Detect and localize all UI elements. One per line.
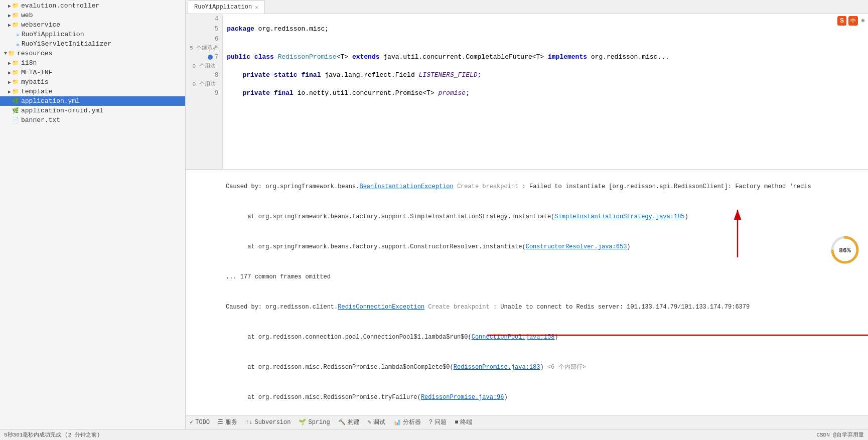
folder-icon-mybatis: 📁 [12,79,19,85]
sidebar-label-app-yml: application.yml [21,97,80,105]
sidebar: ▶ 📁 evalution.controller ▶ 📁 web ▶ 📁 web… [0,0,186,429]
link-redisson-promise-96a[interactable]: RedissonPromise.java:96 [421,394,504,401]
code-line-8: private static final java.lang.reflect.F… [227,70,864,80]
yaml-icon-druid: 🌿 [12,107,19,114]
code-editor[interactable]: S 中 ⁕ 4 5 6 5 个继承者 7 0 个用法 8 0 个用法 9 [186,14,868,169]
inner-count-6: <6 个内部行> [547,364,586,371]
tree-arrow-webservice: ▶ [8,22,11,28]
link-simple-instantiation[interactable]: SimpleInstantiationStrategy.java:185 [554,213,684,220]
spring-label: Spring [308,419,330,426]
console-line-5: Caused by: org.redisson.client.RedisConn… [190,292,864,322]
tree-arrow-meta: ▶ [8,70,11,76]
todo-icon: ✓ [190,418,193,426]
folder-icon-template: 📁 [12,88,19,95]
link-connection-pool-158[interactable]: ConnectionPool.java:158 [472,334,555,341]
console-line-1: Caused by: org.springframework.beans.Bea… [190,172,864,202]
sidebar-label-mybatis: mybatis [21,78,49,86]
sidebar-label-webservice: webservice [21,21,60,29]
code-line-6 [227,34,864,44]
sidebar-label-ruoyi-app: RuoYiApplication [22,31,84,38]
folder-icon-resources: 📁 [8,50,15,57]
status-csdn: CSDN @自学弃用量 [816,431,864,438]
console-line-7: at org.redisson.misc.RedissonPromise.lam… [190,352,864,382]
spring-icon: 🌱 [299,418,306,426]
console-area: Caused by: org.springframework.beans.Bea… [186,169,868,415]
toolbar-terminal[interactable]: ■ 终端 [455,418,472,426]
sidebar-item-application-yml[interactable]: 🌿 application.yml [0,96,185,106]
terminal-label: 终端 [460,418,472,426]
folder-icon-webservice: 📁 [12,22,19,28]
java-icon-ruoyi-app: ☕ [16,31,20,38]
yaml-icon-app: 🌿 [12,98,19,104]
sidebar-item-mybatis[interactable]: ▶ 📁 mybatis [0,77,185,87]
profiler-label: 分析器 [403,418,421,426]
sidebar-item-ruoyi-servlet[interactable]: ☕ RuoYiServletInitializer [0,39,185,49]
sidebar-item-web[interactable]: ▶ 📁 web [0,11,185,20]
services-icon: ☰ [218,418,223,426]
tab-bar: RuoYiApplication ✕ [186,0,868,14]
tab-close-btn[interactable]: ✕ [255,4,258,11]
sidebar-item-banner-txt[interactable]: 📄 banner.txt [0,115,185,125]
services-label: 服务 [225,418,237,426]
tab-ruoyi-app[interactable]: RuoYiApplication ✕ [188,1,265,14]
sidebar-item-druid-yml[interactable]: 🌿 application-druid.yml [0,106,185,115]
tree-arrow-web: ▶ [8,13,11,19]
toolbar-profiler[interactable]: 📊 分析器 [393,418,421,426]
folder-icon-i18n: 📁 [12,60,19,66]
toolbar-todo[interactable]: ✓ TODO [190,418,210,426]
link-redisson-promise-183a[interactable]: RedissonPromise.java:183 [454,364,540,371]
status-left: 5秒301毫秒内成功完成 (2 分钟之前) [4,431,100,438]
sidebar-label-resources: resources [17,50,52,57]
toolbar-problems[interactable]: ? 问题 [429,418,447,426]
asterisk-icon: ⁕ [860,17,866,25]
profiler-icon: 📊 [393,418,401,426]
code-line-5: package org.redisson.misc; [227,24,864,34]
svg-text:86%: 86% [839,247,851,254]
sidebar-item-i18n[interactable]: ▶ 📁 i18n [0,58,185,68]
toolbar-build[interactable]: 🔨 构建 [338,418,360,426]
console-line-6: at org.redisson.connection.pool.Connecti… [190,322,864,352]
link-constructor-resolver[interactable]: ConstructorResolver.java:653 [526,243,627,250]
subversion-icon: ↑↓ [245,419,252,426]
problems-label: 问题 [435,418,447,426]
line-num-9-hint: 0 个用法 [190,80,218,88]
link-redis-connection[interactable]: RedisConnectionException [338,304,424,311]
tree-arrow-mybatis: ▶ [8,79,11,85]
code-line-4 [227,14,864,24]
debug-icon: ✎ [368,418,371,426]
code-line-9: private final io.netty.util.concurrent.P… [227,88,864,98]
link-bean-instantiation[interactable]: BeanInstantiationException [359,183,453,190]
console-line-9: at org.redisson.connection.pool.Connecti… [190,412,864,415]
s-icon: S [837,16,846,26]
sidebar-label-evalution: evalution.controller [21,2,99,10]
status-bar: 5秒301毫秒内成功完成 (2 分钟之前) CSDN @自学弃用量 [0,429,868,440]
tree-arrow-evalution: ▶ [8,3,11,9]
progress-svg: 86% [830,235,860,265]
tab-label: RuoYiApplication [194,4,252,11]
top-icons: S 中 ⁕ [837,16,866,26]
hint-5-inheritors [227,44,864,52]
folder-icon-web: 📁 [12,12,19,19]
toolbar-subversion[interactable]: ↑↓ Subversion [245,419,291,426]
sidebar-label-web: web [21,12,33,19]
line-numbers: 4 5 6 5 个继承者 7 0 个用法 8 0 个用法 9 [186,14,223,169]
sidebar-item-meta-inf[interactable]: ▶ 📁 META-INF [0,68,185,77]
bookmark-icon [208,55,213,60]
debug-label: 调试 [373,418,385,426]
toolbar-spring[interactable]: 🌱 Spring [299,418,330,426]
toolbar-debug[interactable]: ✎ 调试 [368,418,385,426]
console-content[interactable]: Caused by: org.springframework.beans.Bea… [186,170,868,415]
sidebar-item-webservice[interactable]: ▶ 📁 webservice [0,20,185,30]
build-icon: 🔨 [338,418,346,426]
line-num-8: 8 [190,70,218,80]
sidebar-label-i18n: i18n [21,59,37,67]
line-num-5: 5 [190,24,218,34]
sidebar-item-template[interactable]: ▶ 📁 template [0,87,185,96]
sidebar-item-resources[interactable]: ▼ 📁 resources [0,49,185,58]
line-num-8-hint: 0 个用法 [190,62,218,70]
txt-icon-banner: 📄 [12,117,19,123]
sidebar-item-ruoyi-app[interactable]: ☕ RuoYiApplication [0,30,185,39]
console-line-8: at org.redisson.misc.RedissonPromise.try… [190,382,864,412]
toolbar-services[interactable]: ☰ 服务 [218,418,237,426]
sidebar-item-evalution-controller[interactable]: ▶ 📁 evalution.controller [0,1,185,11]
